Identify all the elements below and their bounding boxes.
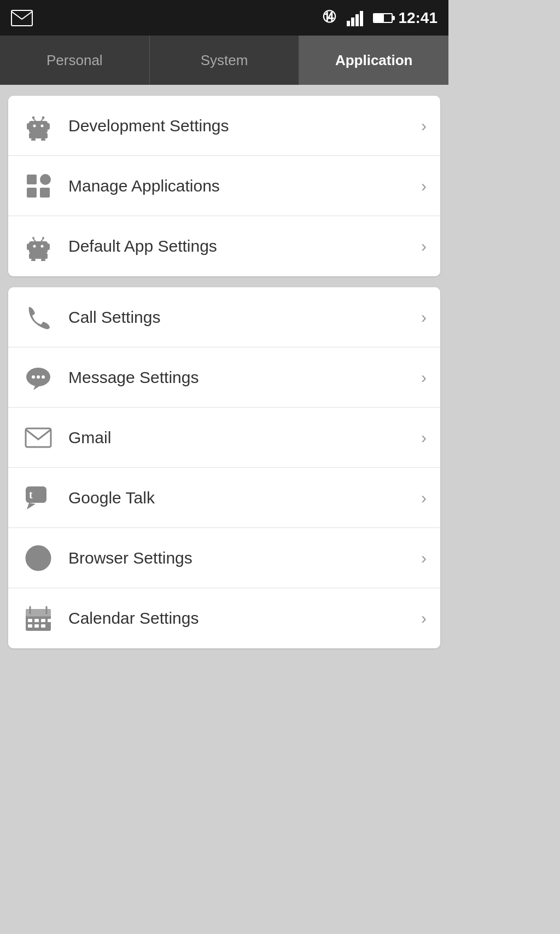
svg-point-36 [37, 375, 40, 379]
tab-bar: Personal System Application [0, 36, 448, 85]
tab-personal[interactable]: Personal [0, 36, 150, 85]
call-settings-chevron: › [421, 308, 427, 327]
message-settings-chevron: › [421, 368, 427, 387]
phone-icon [22, 301, 55, 334]
svg-rect-57 [48, 619, 51, 622]
status-bar: ⑭ 12:41 [0, 0, 448, 36]
default-app-settings-label: Default App Settings [68, 237, 416, 256]
settings-group-2: Call Settings › Message Settings › [8, 287, 440, 648]
globe-icon [22, 542, 55, 575]
svg-point-11 [41, 124, 44, 127]
message-settings-item[interactable]: Message Settings › [8, 347, 440, 408]
svg-rect-51 [28, 619, 32, 622]
battery-icon [373, 13, 393, 23]
talk-icon: t [22, 481, 55, 514]
tab-application[interactable]: Application [299, 36, 448, 85]
svg-point-31 [42, 237, 44, 239]
svg-rect-53 [41, 619, 45, 622]
svg-line-29 [41, 239, 43, 241]
signal-icon [347, 10, 368, 26]
svg-rect-21 [40, 188, 50, 198]
google-talk-chevron: › [421, 489, 427, 507]
status-time: 12:41 [398, 9, 438, 27]
svg-rect-2 [347, 21, 350, 26]
svg-rect-33 [41, 259, 45, 261]
svg-rect-54 [28, 624, 32, 628]
google-talk-item[interactable]: t Google Talk › [8, 468, 440, 528]
gmail-chevron: › [421, 428, 427, 447]
status-bar-right: ⑭ 12:41 [322, 8, 438, 28]
message-settings-label: Message Settings [68, 368, 416, 387]
browser-settings-item[interactable]: Browser Settings › [8, 528, 440, 588]
svg-rect-7 [27, 123, 30, 130]
svg-rect-56 [41, 624, 45, 628]
default-app-settings-item[interactable]: Default App Settings › [8, 216, 440, 276]
svg-point-30 [32, 237, 34, 239]
message-icon [22, 361, 55, 394]
svg-point-10 [33, 124, 36, 127]
svg-line-12 [33, 119, 36, 121]
svg-rect-5 [360, 11, 363, 26]
google-talk-label: Google Talk [68, 489, 416, 507]
svg-point-19 [40, 174, 51, 185]
svg-point-14 [32, 117, 34, 119]
svg-rect-4 [355, 14, 359, 26]
svg-point-26 [33, 245, 36, 248]
calendar-icon [22, 602, 55, 635]
gmail-icon [22, 421, 55, 454]
svg-point-27 [41, 245, 44, 248]
svg-rect-52 [34, 619, 39, 622]
svg-rect-32 [31, 259, 36, 261]
h-network-icon: ⑭ [322, 8, 341, 28]
svg-rect-25 [29, 253, 48, 259]
gmail-label: Gmail [68, 428, 416, 447]
main-content: Development Settings › Manage Applicatio… [0, 85, 448, 659]
svg-rect-0 [11, 10, 32, 26]
calendar-settings-item[interactable]: Calendar Settings › [8, 588, 440, 648]
development-settings-item[interactable]: Development Settings › [8, 96, 440, 156]
call-settings-label: Call Settings [68, 308, 416, 327]
svg-rect-24 [46, 243, 50, 250]
browser-settings-chevron: › [421, 549, 427, 567]
svg-rect-23 [27, 243, 30, 250]
svg-line-13 [41, 119, 43, 121]
manage-applications-chevron: › [421, 177, 427, 195]
svg-rect-20 [27, 188, 37, 198]
svg-point-37 [42, 375, 45, 379]
calendar-settings-label: Calendar Settings [68, 609, 416, 628]
android-dev-icon [22, 109, 55, 142]
settings-group-1: Development Settings › Manage Applicatio… [8, 96, 440, 276]
calendar-settings-chevron: › [421, 609, 427, 628]
svg-rect-22 [29, 241, 48, 253]
gmail-item[interactable]: Gmail › [8, 408, 440, 468]
mail-notification-icon [11, 10, 33, 26]
manage-applications-item[interactable]: Manage Applications › [8, 156, 440, 216]
svg-rect-16 [31, 138, 36, 141]
svg-rect-55 [34, 624, 39, 628]
browser-settings-label: Browser Settings [68, 549, 416, 567]
default-app-settings-chevron: › [421, 237, 427, 256]
apps-grid-icon [22, 170, 55, 202]
tab-system[interactable]: System [150, 36, 300, 85]
svg-line-28 [33, 239, 36, 241]
svg-rect-9 [29, 133, 48, 138]
status-bar-left [11, 10, 33, 26]
svg-text:t: t [29, 489, 33, 501]
call-settings-item[interactable]: Call Settings › [8, 287, 440, 347]
svg-rect-3 [351, 18, 354, 26]
default-app-icon [22, 230, 55, 263]
svg-rect-8 [46, 123, 50, 130]
svg-rect-18 [27, 175, 37, 184]
development-settings-label: Development Settings [68, 117, 416, 135]
svg-point-35 [32, 375, 35, 379]
svg-text:⑭: ⑭ [323, 9, 336, 24]
svg-rect-6 [29, 121, 48, 133]
svg-rect-38 [26, 428, 51, 447]
svg-rect-17 [41, 138, 45, 141]
development-settings-chevron: › [421, 117, 427, 135]
manage-applications-label: Manage Applications [68, 177, 416, 195]
svg-point-15 [42, 117, 44, 119]
